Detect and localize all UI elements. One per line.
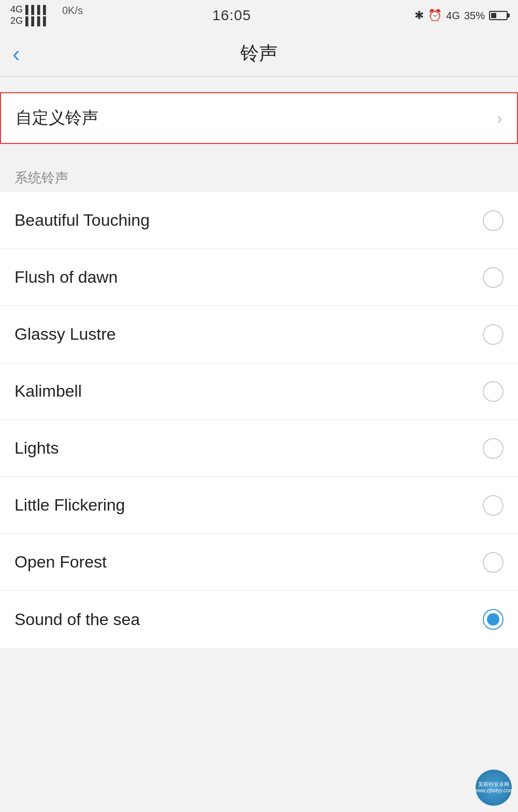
ringtone-item-1[interactable]: Flush of dawn (0, 249, 518, 306)
network-4g: 4G ▌▌▌▌ (10, 4, 49, 16)
bluetooth-icon: ✱ (414, 9, 424, 22)
radio-button-6[interactable] (483, 552, 503, 573)
ringtone-name-5: Little Flickering (15, 496, 125, 515)
radio-button-1[interactable] (483, 267, 503, 288)
ringtone-item-0[interactable]: Beautiful Touching (0, 192, 518, 249)
battery-percent: 35% (464, 10, 485, 22)
ringtone-name-4: Lights (15, 439, 59, 458)
mid-spacer (0, 144, 518, 160)
custom-ringtone-row[interactable]: 自定义铃声 › (0, 92, 518, 144)
ringtone-item-3[interactable]: Kalimbell (0, 363, 518, 420)
status-icons: ✱ ⏰ 4G 35% (414, 9, 508, 22)
battery-fill (491, 13, 496, 18)
clock: 16:05 (212, 7, 251, 24)
radio-inner-selected (487, 613, 499, 626)
ringtone-name-3: Kalimbell (15, 382, 82, 401)
ringtone-name-1: Flush of dawn (15, 268, 118, 287)
ringtone-item-6[interactable]: Open Forest (0, 534, 518, 591)
chevron-right-icon: › (497, 109, 502, 128)
ringtone-list: Beautiful Touching Flush of dawn Glassy … (0, 192, 518, 648)
network-info: 4G ▌▌▌▌ 2G ▌▌▌▌ (10, 4, 49, 26)
section-header: 系统铃声 (0, 160, 518, 192)
ringtone-name-6: Open Forest (15, 553, 107, 572)
radio-button-2[interactable] (483, 324, 503, 345)
status-bar: 4G ▌▌▌▌ 2G ▌▌▌▌ 0K/s 16:05 ✱ ⏰ 4G 35% (0, 0, 518, 31)
ringtone-item-4[interactable]: Lights (0, 420, 518, 477)
radio-button-7[interactable] (483, 609, 503, 630)
ringtone-item-7[interactable]: Sound of the sea (0, 591, 518, 648)
back-button[interactable]: ‹ (12, 41, 20, 67)
network-4g-icon: 4G (446, 10, 460, 22)
ringtone-name-7: Sound of the sea (15, 610, 140, 629)
custom-ringtone-label: 自定义铃声 (16, 107, 98, 129)
alarm-icon: ⏰ (428, 9, 442, 22)
radio-button-0[interactable] (483, 210, 503, 231)
ringtone-item-2[interactable]: Glassy Lustre (0, 306, 518, 363)
battery-icon (489, 11, 508, 20)
radio-button-5[interactable] (483, 495, 503, 516)
nav-bar: ‹ 铃声 (0, 31, 518, 77)
watermark-line2: www.zjbstyy.com (474, 788, 513, 794)
ringtone-name-0: Beautiful Touching (15, 211, 150, 230)
page-title: 铃声 (240, 41, 278, 66)
ringtone-item-5[interactable]: Little Flickering (0, 477, 518, 534)
watermark: 昊斯特安卓网 www.zjbstyy.com (476, 770, 512, 806)
radio-button-3[interactable] (483, 381, 503, 402)
ringtone-name-2: Glassy Lustre (15, 325, 116, 344)
watermark-line1: 昊斯特安卓网 (478, 781, 509, 788)
network-2g: 2G ▌▌▌▌ (10, 16, 49, 27)
speed-info: 0K/s (62, 4, 83, 17)
top-spacer (0, 77, 518, 92)
radio-button-4[interactable] (483, 438, 503, 459)
